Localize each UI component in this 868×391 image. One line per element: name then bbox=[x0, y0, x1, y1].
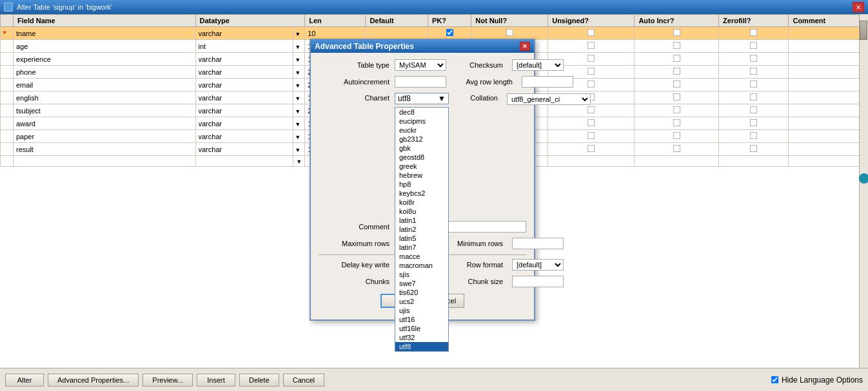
datatype-arrow-cell[interactable]: ▼ bbox=[293, 117, 305, 130]
datatype-cell[interactable] bbox=[195, 130, 293, 143]
unsigned-checkbox[interactable] bbox=[587, 55, 595, 62]
autoincr-cell[interactable] bbox=[635, 79, 719, 91]
charset-option[interactable]: hp8 bbox=[395, 180, 448, 189]
datatype-cell[interactable] bbox=[195, 27, 293, 40]
pk-checkbox[interactable] bbox=[446, 29, 453, 37]
comment-cell[interactable] bbox=[789, 104, 868, 117]
comment-cell[interactable] bbox=[789, 79, 868, 91]
checksum-select[interactable]: [default] bbox=[512, 59, 564, 71]
datatype-input[interactable] bbox=[199, 120, 244, 128]
datatype-arrow-cell[interactable]: ▼ bbox=[293, 27, 305, 40]
scrollbar-track[interactable] bbox=[859, 14, 868, 368]
datatype-dropdown-arrow[interactable]: ▼ bbox=[295, 134, 301, 140]
charset-option[interactable]: koi8r bbox=[395, 198, 448, 207]
charset-option[interactable]: latin1 bbox=[395, 216, 448, 225]
charset-select-button[interactable]: utf8 ▼ bbox=[395, 93, 449, 104]
unsigned-checkbox[interactable] bbox=[587, 145, 595, 153]
field-name-input[interactable] bbox=[16, 81, 193, 89]
datatype-arrow-cell[interactable]: ▼ bbox=[293, 91, 305, 104]
comment-cell[interactable] bbox=[789, 91, 868, 104]
zerofill-cell[interactable] bbox=[719, 130, 789, 143]
comment-cell[interactable] bbox=[789, 40, 868, 53]
datatype-input[interactable] bbox=[199, 43, 244, 50]
comment-cell[interactable] bbox=[789, 27, 868, 40]
field-name-input[interactable] bbox=[16, 146, 193, 153]
field-name-input[interactable] bbox=[16, 94, 193, 102]
field-name-cell[interactable] bbox=[14, 40, 196, 53]
charset-option[interactable]: hebrew bbox=[395, 171, 448, 180]
datatype-cell[interactable] bbox=[195, 143, 293, 156]
datatype-dropdown-arrow[interactable]: ▼ bbox=[295, 31, 301, 37]
unsigned-cell[interactable] bbox=[548, 104, 635, 117]
charset-option[interactable]: tis620 bbox=[395, 288, 448, 297]
hide-language-options[interactable]: Hide Language Options bbox=[771, 376, 863, 385]
field-name-cell[interactable] bbox=[14, 53, 196, 66]
zerofill-cell[interactable] bbox=[719, 104, 789, 117]
charset-option[interactable]: euckr bbox=[395, 126, 448, 135]
charset-option[interactable]: geostd8 bbox=[395, 153, 448, 162]
atp-close-button[interactable]: ✕ bbox=[520, 42, 530, 51]
len-cell[interactable] bbox=[305, 27, 366, 40]
insert-button[interactable]: Insert bbox=[197, 374, 235, 386]
datatype-input[interactable] bbox=[199, 68, 244, 76]
unsigned-checkbox[interactable] bbox=[587, 29, 595, 37]
unsigned-cell[interactable] bbox=[548, 27, 635, 40]
zerofill-cell[interactable] bbox=[719, 79, 789, 91]
datatype-input[interactable] bbox=[199, 107, 244, 115]
charset-option[interactable]: dec8 bbox=[395, 108, 448, 117]
field-name-cell[interactable] bbox=[14, 66, 196, 79]
autoincr-cell[interactable] bbox=[635, 53, 719, 66]
field-name-cell[interactable] bbox=[14, 117, 196, 130]
unsigned-checkbox[interactable] bbox=[587, 68, 595, 75]
autoincr-checkbox[interactable] bbox=[673, 106, 680, 114]
charset-option[interactable]: greek bbox=[395, 162, 448, 171]
field-name-cell[interactable] bbox=[14, 143, 196, 156]
zerofill-checkbox[interactable] bbox=[750, 93, 758, 101]
autoincr-checkbox[interactable] bbox=[673, 93, 680, 101]
comment-cell[interactable] bbox=[789, 130, 868, 143]
charset-option[interactable]: ujis bbox=[395, 306, 448, 315]
zerofill-checkbox[interactable] bbox=[750, 29, 758, 37]
comment-cell[interactable] bbox=[789, 117, 868, 130]
unsigned-cell[interactable] bbox=[548, 130, 635, 143]
preview-button[interactable]: Preview... bbox=[143, 374, 193, 386]
field-name-cell[interactable] bbox=[14, 104, 196, 117]
datatype-dropdown-arrow[interactable]: ▼ bbox=[295, 82, 301, 89]
window-close-button[interactable]: ✕ bbox=[853, 2, 864, 12]
zerofill-checkbox[interactable] bbox=[750, 119, 758, 127]
datatype-dropdown-arrow[interactable]: ▼ bbox=[295, 44, 301, 50]
charset-option[interactable]: utf8 bbox=[395, 342, 448, 351]
unsigned-checkbox[interactable] bbox=[587, 119, 595, 127]
zerofill-cell[interactable] bbox=[719, 40, 789, 53]
field-name-input[interactable] bbox=[16, 133, 193, 140]
autoincr-cell[interactable] bbox=[635, 66, 719, 79]
datatype-input[interactable] bbox=[199, 30, 244, 37]
field-name-input[interactable] bbox=[16, 68, 193, 76]
datatype-arrow-cell[interactable]: ▼ bbox=[293, 79, 305, 91]
comment-cell[interactable] bbox=[789, 53, 868, 66]
row-format-select[interactable]: [default] bbox=[512, 259, 564, 271]
unsigned-cell[interactable] bbox=[548, 117, 635, 130]
zerofill-checkbox[interactable] bbox=[750, 55, 758, 62]
autoincr-cell[interactable] bbox=[635, 27, 719, 40]
autoincr-checkbox[interactable] bbox=[673, 145, 680, 153]
chunk-size-input[interactable] bbox=[512, 276, 564, 287]
charset-dropdown[interactable]: cp866cp932dec8eucipmseuckrgb2312gbkgeost… bbox=[395, 107, 449, 352]
unsigned-checkbox[interactable] bbox=[587, 81, 595, 88]
autoincr-checkbox[interactable] bbox=[673, 68, 680, 75]
alter-button[interactable]: Alter bbox=[5, 374, 44, 386]
zerofill-checkbox[interactable] bbox=[750, 81, 758, 88]
datatype-cell[interactable] bbox=[195, 40, 293, 53]
zerofill-checkbox[interactable] bbox=[750, 106, 758, 114]
charset-option[interactable]: utf32 bbox=[395, 333, 448, 342]
autoincr-cell[interactable] bbox=[635, 104, 719, 117]
autoincr-checkbox[interactable] bbox=[673, 119, 680, 127]
zerofill-cell[interactable] bbox=[719, 53, 789, 66]
charset-option[interactable]: sjis bbox=[395, 270, 448, 279]
table-type-select[interactable]: MyISAM bbox=[395, 59, 446, 71]
field-name-input[interactable] bbox=[16, 43, 193, 50]
notnull-checkbox[interactable] bbox=[506, 29, 513, 37]
autoincr-cell[interactable] bbox=[635, 40, 719, 53]
autoincrement-input[interactable] bbox=[395, 76, 446, 88]
zerofill-cell[interactable] bbox=[719, 27, 789, 40]
